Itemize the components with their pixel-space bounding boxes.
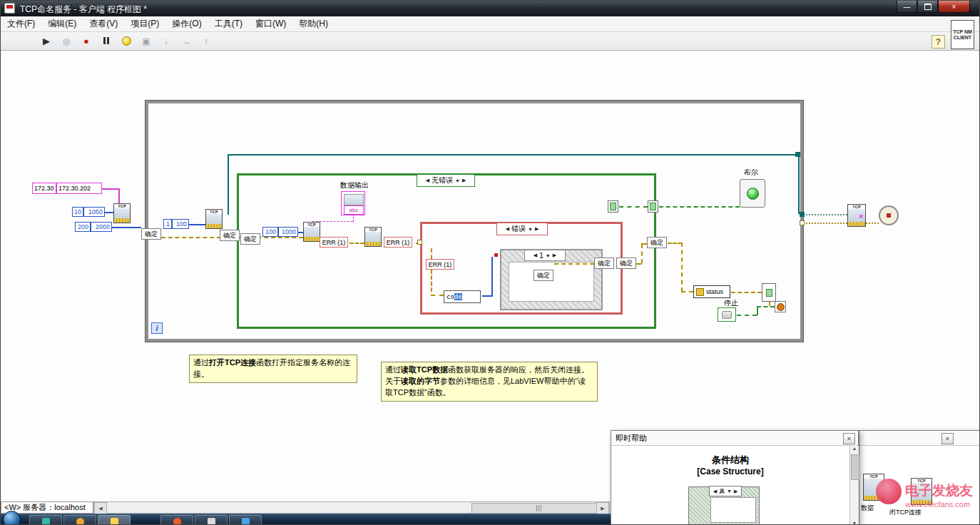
wire-error[interactable] [431,295,444,296]
minimize-button[interactable]: — [897,1,917,13]
taskbar-button[interactable] [63,515,96,525]
function-node[interactable] [608,200,618,213]
tunnel[interactable] [417,240,422,245]
tunnel[interactable] [800,220,805,225]
menu-item-view[interactable]: 查看(V) [83,16,124,32]
start-button[interactable] [3,511,21,525]
wire-string[interactable] [118,188,120,204]
status-indicator-terminal[interactable]: status [693,285,730,298]
numeric-constant[interactable]: 200 [75,222,91,232]
scroll-left-button[interactable]: ◀ [94,502,107,514]
step-over-button[interactable]: → [178,34,195,49]
wire-tcp-refnum[interactable] [798,156,800,214]
wire-error[interactable] [349,243,364,244]
wire-error[interactable] [641,243,647,245]
bytes-constant[interactable]: 1000 [278,227,298,237]
secondary-window[interactable]: × TCP TCP 数据 闭TCP连接 [859,430,980,525]
numeric-constant[interactable]: 100 [262,227,278,237]
run-button[interactable]: ▶ [38,34,55,49]
loop-condition-terminal[interactable] [775,301,786,312]
maximize-button[interactable] [917,1,938,13]
tcp-read-node-2[interactable]: TCP [364,227,382,247]
scroll-up-icon[interactable]: ▲ [850,446,859,451]
context-help-close-button[interactable]: × [843,433,855,444]
wire-error[interactable] [431,248,432,259]
string-constant-label[interactable]: 172.30 [32,183,56,194]
tunnel[interactable] [800,212,805,217]
ok-terminal[interactable]: 确定 [616,258,636,269]
ok-terminal[interactable]: 确定 [647,237,667,248]
next-case-icon[interactable]: ▶ [535,226,539,232]
abort-button[interactable]: ● [78,34,95,49]
ok-terminal[interactable]: 确定 [220,230,240,241]
case-selector-inner[interactable]: ◀ 1 ▼ ▶ [524,250,566,261]
wire-boolean[interactable] [757,307,758,315]
wire-numeric[interactable] [298,232,303,233]
tcp-write-node[interactable]: TCP [205,209,223,229]
error-code-label[interactable]: ERR (1) [384,237,412,248]
numeric-constant[interactable]: 10 [72,207,83,217]
help-button[interactable]: ? [931,35,945,49]
wire-error[interactable] [554,263,594,265]
wire-tcp-refnum[interactable] [228,154,229,215]
wire-error[interactable] [731,292,762,293]
next-case-icon[interactable]: ▶ [553,253,556,258]
wire-numeric[interactable] [108,227,141,228]
retain-wire-values-button[interactable]: ▣ [138,34,155,49]
error-code-constant[interactable]: code [444,290,481,303]
taskbar-button-active[interactable] [98,515,131,525]
wire-tcp-refnum-out[interactable] [806,214,847,215]
or-function-node[interactable] [762,283,776,302]
wire-string[interactable] [101,188,120,190]
ip-string-constant[interactable]: 172.30.202 [56,183,102,194]
prev-case-icon[interactable]: ◀ [426,178,429,183]
highlight-execution-button[interactable] [118,34,135,49]
wire-error[interactable] [636,263,642,265]
case-selector-no-error[interactable]: ◀ 无错误 ▼ ▶ [417,174,475,187]
menu-item-operate[interactable]: 操作(O) [165,16,208,32]
case-dropdown-icon[interactable]: ▼ [528,227,533,232]
ok-terminal[interactable]: 确定 [594,258,614,269]
tunnel[interactable] [795,152,800,157]
timeout-constant[interactable]: 2000 [91,222,112,232]
wire-boolean[interactable] [619,206,648,208]
tcp-open-connection-node[interactable]: TCP [113,203,131,223]
port-constant[interactable]: 1050 [83,207,105,217]
ok-terminal[interactable]: 确定 [141,228,161,240]
data-output-indicator-terminal[interactable]: abc [341,191,365,215]
ok-terminal[interactable]: 确定 [534,270,553,281]
menu-item-tools[interactable]: 工具(T) [208,16,249,32]
taskbar-button[interactable] [195,515,228,525]
secondary-window-titlebar[interactable] [859,431,980,446]
context-help-window[interactable]: 即时帮助 × 条件结构 [Case Structure] ◀ 真 ▼ ▶ ▲ ▼ [611,430,859,525]
boolean-indicator-terminal[interactable] [740,179,765,208]
taskbar-button[interactable] [160,515,193,525]
run-continuous-button[interactable]: ◎ [58,34,75,49]
secondary-close-button[interactable]: × [941,433,954,444]
menu-item-window[interactable]: 窗口(W) [249,16,292,32]
simple-error-handler-node[interactable] [879,205,900,228]
step-into-button[interactable]: ↓ [158,34,175,49]
tcp-read-node-1[interactable]: TCP [303,222,320,242]
menu-item-project[interactable]: 项目(P) [124,16,165,32]
scrollbar-thumb[interactable] [471,503,608,514]
function-node[interactable] [648,200,658,213]
prev-case-icon[interactable]: ◀ [534,253,537,258]
horizontal-scrollbar[interactable]: ◀ ▶ [93,501,610,514]
wire-error[interactable] [431,270,432,292]
scroll-down-icon[interactable]: ▼ [850,521,859,525]
wire-error-out[interactable] [806,223,879,224]
wire-numeric[interactable] [482,295,492,297]
numeric-constant[interactable]: 100 [172,219,189,229]
case-dropdown-icon[interactable]: ▼ [455,178,460,183]
wire-boolean[interactable] [659,206,740,208]
prev-case-icon[interactable]: ◀ [506,226,509,232]
comment-open-tcp[interactable]: 通过打开TCP连接函数打开指定服务名称的连接。 [189,355,357,383]
error-code-label[interactable]: ERR (1) [320,237,348,248]
wire-tcp-refnum[interactable] [228,154,800,156]
wire-error[interactable] [681,243,683,292]
wire-error[interactable] [641,244,643,263]
wire-error[interactable] [681,291,693,292]
case-selector-error[interactable]: ◀ 错误 ▼ ▶ [496,223,548,235]
wire-numeric[interactable] [189,224,205,225]
